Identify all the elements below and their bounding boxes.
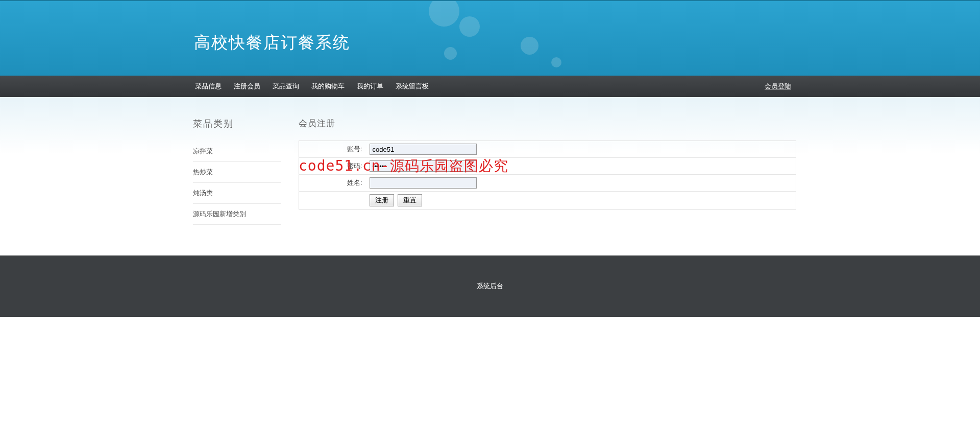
nav-item-messages[interactable]: 系统留言板 xyxy=(389,76,435,97)
nav-item-orders[interactable]: 我的订单 xyxy=(351,76,389,97)
main-nav: 菜品信息 注册会员 菜品查询 我的购物车 我的订单 系统留言板 会员登陆 xyxy=(0,76,980,97)
realname-input[interactable] xyxy=(370,177,477,189)
sidebar-title: 菜品类别 xyxy=(193,118,281,130)
nav-item-register[interactable]: 注册会员 xyxy=(228,76,266,97)
page-title: 会员注册 xyxy=(299,118,796,129)
nav-left: 菜品信息 注册会员 菜品查询 我的购物车 我的订单 系统留言板 xyxy=(189,76,435,97)
sidebar: 菜品类别 凉拌菜 热炒菜 炖汤类 源码乐园新增类别 xyxy=(184,118,281,225)
submit-button[interactable]: 注册 xyxy=(370,194,394,206)
category-list: 凉拌菜 热炒菜 炖汤类 源码乐园新增类别 xyxy=(193,141,281,225)
site-title: 高校快餐店订餐系统 xyxy=(194,32,350,54)
nav-item-dishes[interactable]: 菜品信息 xyxy=(189,76,228,97)
nav-item-cart[interactable]: 我的购物车 xyxy=(305,76,351,97)
password-input[interactable] xyxy=(370,160,477,172)
admin-link[interactable]: 系统后台 xyxy=(477,282,503,291)
label-password: 密码: xyxy=(299,158,365,175)
reset-button[interactable]: 重置 xyxy=(398,194,422,206)
main-content: 会员注册 账号: 密码: 姓名: xyxy=(299,118,796,225)
username-input[interactable] xyxy=(370,144,477,155)
category-item-soup[interactable]: 炖汤类 xyxy=(193,183,281,204)
site-header: 高校快餐店订餐系统 xyxy=(0,0,980,76)
category-item-cold[interactable]: 凉拌菜 xyxy=(193,141,281,162)
register-form: 账号: 密码: 姓名: xyxy=(299,141,796,210)
category-item-new[interactable]: 源码乐园新增类别 xyxy=(193,204,281,225)
label-realname: 姓名: xyxy=(299,175,365,192)
category-item-hot[interactable]: 热炒菜 xyxy=(193,162,281,183)
site-footer: 系统后台 xyxy=(0,255,980,317)
nav-item-search[interactable]: 菜品查询 xyxy=(266,76,305,97)
login-link[interactable]: 会员登陆 xyxy=(765,82,791,90)
label-username: 账号: xyxy=(299,141,365,158)
